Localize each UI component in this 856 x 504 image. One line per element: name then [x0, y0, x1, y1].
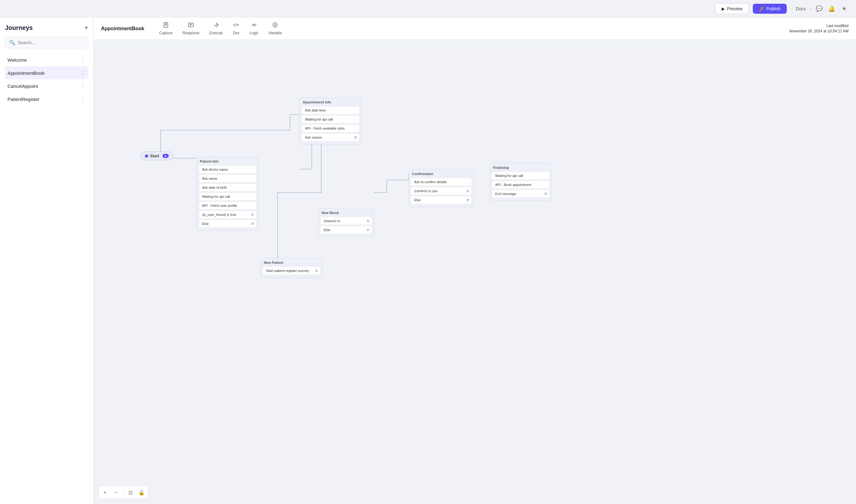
tool-execute-label: Execute — [209, 31, 223, 35]
search-icon: 🔍 — [9, 39, 15, 46]
new-block-else[interactable]: Else — [320, 226, 372, 234]
journey-menu-cancelappoint[interactable]: ⋮ — [80, 83, 86, 89]
bell-icon[interactable]: 🔔 — [827, 4, 836, 13]
sidebar-item-cancelappoint[interactable]: CancelAppoint ⋮ — [5, 79, 88, 92]
journey-menu-welcome[interactable]: ⋮ — [80, 56, 86, 63]
search-box: 🔍 — [5, 37, 88, 48]
canvas-controls: + − ⊡ 🔒 — [99, 486, 148, 499]
tool-variable[interactable]: Variable — [263, 20, 287, 37]
journey-menu-patientregister[interactable]: ⋮ — [80, 96, 86, 103]
appointment-info-header: Appointment Info — [300, 98, 361, 105]
preview-icon: ▶ — [722, 6, 725, 11]
controls-separator — [123, 489, 123, 496]
patient-info-ask-name[interactable]: Ask name — [199, 175, 257, 182]
new-block-reason-is[interactable]: (reason) is — [320, 217, 372, 225]
confirmation-confirm-yes[interactable]: (confirm) is yes — [411, 187, 472, 195]
tool-dev-label: Dev — [233, 31, 239, 35]
start-label: Start — [150, 154, 159, 158]
finalizing-end-message[interactable]: End message — [492, 190, 550, 198]
main-layout: Journeys + 🔍 Welcome ⋮ AppointmentBook ⋮… — [0, 17, 856, 504]
canvas[interactable]: Start ● Patient Info Ask doctor name Ask… — [93, 40, 856, 504]
finalizing-header: Finalizing — [490, 163, 552, 171]
confirmation-node[interactable]: Confirmation Ask to confirm details (con… — [409, 169, 474, 207]
appointment-info-node[interactable]: Appointment Info Ask date time Waiting f… — [299, 97, 362, 145]
response-icon — [188, 22, 194, 30]
docs-link[interactable]: Docs — [796, 6, 806, 11]
journey-label-welcome: Welcome — [7, 57, 27, 62]
preview-label: Preview — [727, 6, 742, 11]
lock-button[interactable]: 🔒 — [137, 487, 147, 498]
finalizing-api-book[interactable]: API - Book appointment — [492, 181, 550, 189]
patient-info-waiting-api[interactable]: Waiting for api call — [199, 193, 257, 201]
appointment-info-waiting-api[interactable]: Waiting for api call — [302, 115, 360, 123]
journey-list: Welcome ⋮ AppointmentBook ⋮ CancelAppoin… — [5, 53, 88, 106]
patient-info-else[interactable]: Else — [199, 220, 257, 228]
sidebar-header: Journeys + — [5, 24, 88, 32]
tool-variable-label: Variable — [269, 31, 282, 35]
dev-icon — [233, 22, 239, 30]
tool-dev[interactable]: Dev — [228, 20, 244, 37]
search-input[interactable] — [18, 40, 84, 45]
confirmation-header: Confirmation — [409, 169, 474, 177]
tool-logic[interactable]: Logic — [244, 20, 263, 37]
chat-icon[interactable]: 💬 — [815, 4, 824, 13]
new-patient-start-journey[interactable]: Start patient register journey — [262, 267, 321, 275]
appointment-info-ask-datetime[interactable]: Ask date time — [302, 106, 360, 114]
new-patient-node[interactable]: New Patient Start patient register journ… — [260, 258, 323, 278]
tool-response-label: Response — [183, 31, 199, 35]
theme-icon[interactable]: ☀ — [840, 4, 849, 13]
fit-view-button[interactable]: ⊡ — [125, 487, 135, 498]
sidebar-item-patientregister[interactable]: PatientRegister ⋮ — [5, 92, 88, 106]
sidebar: Journeys + 🔍 Welcome ⋮ AppointmentBook ⋮… — [0, 17, 93, 504]
appointment-info-api-fetch[interactable]: API - Fetch available slots — [302, 124, 360, 132]
last-modified: Last modified November 26, 2024 at 10:54… — [790, 23, 849, 34]
capture-icon — [163, 22, 169, 30]
topbar: ▶ Preview 🚀 Publish · Docs · 💬 🔔 ☀ — [0, 0, 856, 17]
canvas-content: Start ● Patient Info Ask doctor name Ask… — [93, 40, 856, 504]
variable-icon — [272, 22, 278, 30]
separator-1: · — [790, 5, 792, 12]
patient-info-header: Patient Info — [197, 157, 258, 164]
patient-info-ask-dob[interactable]: Ask date of birth — [199, 183, 257, 192]
journey-label-cancelappoint: CancelAppoint — [7, 84, 38, 89]
tool-execute[interactable]: Execute — [204, 20, 228, 37]
preview-button[interactable]: ▶ Preview — [715, 3, 749, 14]
last-modified-label: Last modified — [790, 23, 849, 29]
journey-label-appointmentbook: AppointmentBook — [7, 70, 44, 76]
publish-button[interactable]: 🚀 Publish — [753, 4, 787, 14]
patient-info-ask-doctor[interactable]: Ask doctor name — [199, 165, 257, 174]
canvas-title: AppointmentBook — [101, 26, 144, 32]
execute-icon — [213, 22, 219, 30]
patient-info-api-fetch[interactable]: API - Fetch user profile — [199, 201, 257, 210]
appointment-info-ask-reason[interactable]: Ask reason — [302, 133, 360, 141]
confirmation-else[interactable]: Else — [411, 196, 472, 204]
tool-capture-label: Capture — [159, 31, 173, 35]
finalizing-node[interactable]: Finalizing Waiting for api call API - Bo… — [490, 163, 552, 201]
journey-menu-appointmentbook[interactable]: ⋮ — [80, 70, 86, 76]
zoom-in-button[interactable]: + — [100, 487, 110, 498]
new-block-node[interactable]: New Block (reason) is Else — [318, 208, 374, 237]
sidebar-item-welcome[interactable]: Welcome ⋮ — [5, 53, 88, 66]
tool-logic-label: Logic — [250, 31, 258, 35]
start-node[interactable]: Start ● — [140, 151, 173, 160]
sidebar-title: Journeys — [5, 24, 33, 32]
start-dot — [145, 155, 148, 158]
start-badge: ● — [162, 154, 169, 158]
publish-label: Publish — [766, 6, 781, 11]
patient-info-node[interactable]: Patient Info Ask doctor name Ask name As… — [196, 157, 259, 231]
publish-icon: 🚀 — [759, 6, 764, 11]
add-journey-button[interactable]: + — [84, 24, 88, 32]
patient-info-is-user-found[interactable]: (is_user_found) is true — [199, 211, 257, 219]
svg-rect-1 — [188, 23, 193, 27]
sidebar-item-appointmentbook[interactable]: AppointmentBook ⋮ — [5, 66, 88, 79]
last-modified-date: November 26, 2024 at 10:54:11 AM — [790, 29, 849, 34]
connectors-svg — [93, 40, 856, 504]
tool-response[interactable]: Response — [177, 20, 204, 37]
finalizing-waiting-api[interactable]: Waiting for api call — [492, 172, 550, 180]
canvas-toolbar: AppointmentBook Capture Response Execute — [93, 17, 856, 40]
zoom-out-button[interactable]: − — [111, 487, 121, 498]
confirmation-ask-confirm[interactable]: Ask to confirm details — [411, 178, 472, 186]
tool-capture[interactable]: Capture — [154, 20, 178, 37]
separator-2: · — [809, 5, 811, 12]
svg-rect-0 — [164, 22, 168, 28]
